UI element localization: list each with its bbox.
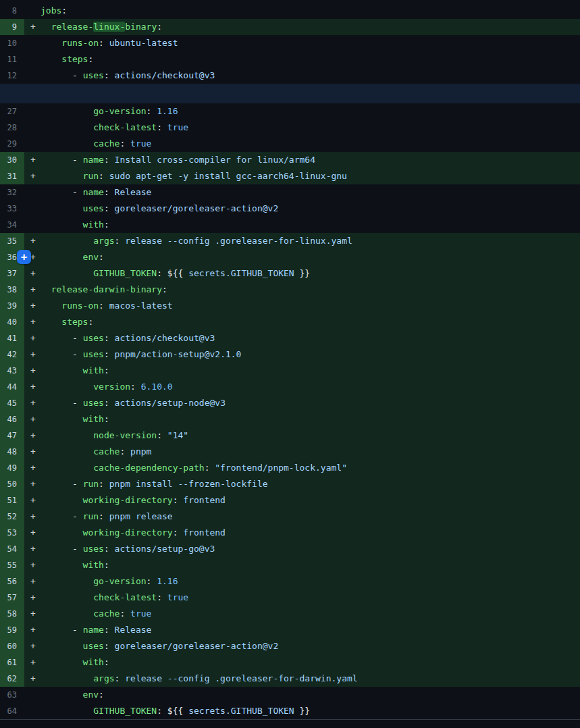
code-line: with: xyxy=(41,363,580,379)
code-token: go-version xyxy=(41,106,147,116)
diff-line: 59+ - name: Release xyxy=(0,622,580,638)
line-number[interactable]: 8 xyxy=(0,3,24,19)
code-token: jobs xyxy=(41,5,61,16)
diff-line: 52+ - run: pnpm release xyxy=(0,509,580,525)
code-line: env: xyxy=(41,249,580,265)
code-token: release --config .goreleaser-for-darwin.… xyxy=(125,673,357,683)
code-token: : xyxy=(99,38,109,48)
diff-add-marker xyxy=(24,103,41,120)
line-number[interactable]: 57 xyxy=(0,590,24,606)
line-number[interactable]: 39 xyxy=(0,298,24,314)
line-number[interactable]: 61 xyxy=(0,654,24,671)
line-number[interactable]: 51 xyxy=(0,492,24,509)
code-token: binary xyxy=(125,22,157,32)
code-token: run xyxy=(41,171,99,181)
line-number[interactable]: 41 xyxy=(0,330,24,346)
diff-add-marker: + xyxy=(24,395,41,411)
line-number[interactable]: 58 xyxy=(0,606,24,622)
code-token: : xyxy=(104,544,115,554)
line-number[interactable]: 63 xyxy=(0,687,24,703)
code-line: - uses: actions/setup-node@v3 xyxy=(41,395,580,411)
line-number[interactable]: 64 xyxy=(0,703,24,719)
line-number[interactable]: 29 xyxy=(0,136,24,152)
code-token: name xyxy=(83,155,104,165)
code-line: GITHUB_TOKEN: ${{ secrets.GITHUB_TOKEN }… xyxy=(41,265,580,282)
line-number[interactable]: 45 xyxy=(0,395,24,411)
line-number[interactable]: 35 xyxy=(0,233,24,249)
diff-add-marker: + xyxy=(24,492,41,509)
line-number[interactable]: 32 xyxy=(0,184,24,201)
line-number[interactable]: 11 xyxy=(0,51,24,68)
code-token: : xyxy=(115,673,126,683)
code-token: : xyxy=(104,414,109,424)
code-token: : xyxy=(104,657,109,667)
diff-line: 10 runs-on: ubuntu-latest xyxy=(0,35,580,51)
line-number[interactable]: 46 xyxy=(0,411,24,427)
line-number[interactable]: 50 xyxy=(0,476,24,492)
code-line: working-directory: frontend xyxy=(41,492,580,509)
code-token: actions/checkout@v3 xyxy=(115,333,215,343)
line-number[interactable]: 42 xyxy=(0,346,24,363)
diff-line: 35+ args: release --config .goreleaser-f… xyxy=(0,233,580,249)
add-comment-button[interactable]: + xyxy=(17,250,31,264)
code-token: with xyxy=(41,414,104,424)
line-number[interactable]: 43 xyxy=(0,363,24,379)
diff-add-marker: + xyxy=(24,541,41,557)
code-token: frontend xyxy=(183,527,226,538)
diff-add-marker: + xyxy=(24,573,41,590)
diff-line: 41+ - uses: actions/checkout@v3 xyxy=(0,330,580,346)
code-line: args: release --config .goreleaser-for-d… xyxy=(41,671,580,687)
line-number[interactable]: 49 xyxy=(0,460,24,476)
line-number[interactable]: 38 xyxy=(0,282,24,298)
line-number[interactable]: 60 xyxy=(0,638,24,654)
code-token: steps xyxy=(41,54,88,64)
line-number[interactable]: 27 xyxy=(0,103,24,120)
code-token: pnpm install --frozen-lockfile xyxy=(109,479,268,489)
code-line: with: xyxy=(41,411,580,427)
line-number[interactable]: 40 xyxy=(0,314,24,330)
line-number[interactable]: 53 xyxy=(0,525,24,541)
code-token: cache xyxy=(41,608,120,619)
code-token: actions/setup-node@v3 xyxy=(115,398,226,408)
code-line: uses: goreleaser/goreleaser-action@v2 xyxy=(41,638,580,654)
diff-line: 53+ working-directory: frontend xyxy=(0,525,580,541)
line-number[interactable]: 28 xyxy=(0,120,24,136)
diff-line: 30+ - name: Install cross-compiler for l… xyxy=(0,152,580,168)
line-number[interactable]: 48 xyxy=(0,444,24,460)
line-number[interactable]: 31 xyxy=(0,168,24,184)
line-number[interactable]: 47 xyxy=(0,427,24,444)
line-number[interactable]: 55 xyxy=(0,557,24,573)
code-token: uses xyxy=(83,398,104,408)
line-number[interactable]: 34 xyxy=(0,217,24,233)
code-line: cache-dependency-path: "frontend/pnpm-lo… xyxy=(41,460,580,476)
diff-line: 32 - name: Release xyxy=(0,184,580,201)
line-number[interactable]: 30 xyxy=(0,152,24,168)
code-token: actions/setup-go@v3 xyxy=(115,544,215,554)
code-token: args xyxy=(41,673,115,683)
line-number[interactable]: 56 xyxy=(0,573,24,590)
line-number[interactable]: 12 xyxy=(0,68,24,84)
code-token: - xyxy=(41,187,83,197)
line-number[interactable]: 52 xyxy=(0,509,24,525)
diff-add-marker xyxy=(24,136,41,152)
line-number[interactable]: 54 xyxy=(0,541,24,557)
code-line: with: xyxy=(41,217,580,233)
code-token: : xyxy=(147,576,157,586)
code-token: : xyxy=(104,70,115,80)
code-line: - uses: actions/setup-go@v3 xyxy=(41,541,580,557)
expand-hunk-band[interactable] xyxy=(0,84,580,103)
line-number[interactable]: 62 xyxy=(0,671,24,687)
diff-add-marker: + xyxy=(24,460,41,476)
code-token: release --config .goreleaser-for-linux.y… xyxy=(125,236,352,246)
code-token: : xyxy=(99,171,109,181)
code-token: : xyxy=(104,155,115,165)
line-number[interactable]: 33 xyxy=(0,201,24,217)
line-number[interactable]: 44 xyxy=(0,379,24,395)
line-number[interactable]: 37 xyxy=(0,265,24,282)
line-number[interactable]: 9 xyxy=(0,19,24,35)
code-token: : xyxy=(104,625,115,635)
diff-line: 54+ - uses: actions/setup-go@v3 xyxy=(0,541,580,557)
line-number[interactable]: 10 xyxy=(0,35,24,51)
line-number[interactable]: 59 xyxy=(0,622,24,638)
code-token: true xyxy=(130,138,151,149)
